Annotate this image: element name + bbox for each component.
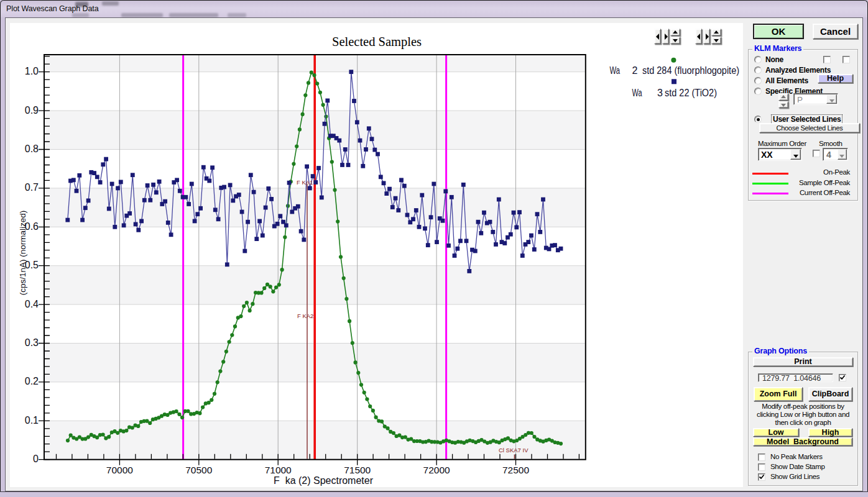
- svg-text:F ka (2) Spectrometer: F ka (2) Spectrometer: [274, 475, 374, 486]
- svg-text:Selected Samples: Selected Samples: [332, 35, 422, 49]
- svg-text:0.7: 0.7: [25, 182, 39, 193]
- svg-text:0.1: 0.1: [25, 415, 39, 426]
- svg-text:70500: 70500: [185, 465, 212, 475]
- svg-text:3: 3: [657, 88, 663, 98]
- svg-text:F KA1: F KA1: [297, 179, 313, 186]
- svg-text:72000: 72000: [423, 465, 450, 475]
- svg-text:(cps/1nA) (normalized): (cps/1nA) (normalized): [18, 211, 27, 296]
- svg-text:Wa: Wa: [610, 65, 621, 76]
- svg-text:2: 2: [632, 65, 638, 76]
- svg-text:1.0: 1.0: [25, 66, 39, 76]
- svg-text:70000: 70000: [106, 465, 133, 475]
- svg-text:0.4: 0.4: [25, 299, 39, 309]
- svg-text:0: 0: [33, 454, 39, 464]
- svg-text:0.3: 0.3: [25, 337, 39, 348]
- svg-text:Cl SKA7 IV: Cl SKA7 IV: [499, 447, 529, 454]
- svg-text:F KA2: F KA2: [297, 312, 313, 319]
- svg-text:std 284 (fluorphlogopite): std 284 (fluorphlogopite): [642, 65, 739, 76]
- svg-text:0.8: 0.8: [25, 144, 39, 154]
- svg-text:std 22 (TiO2): std 22 (TiO2): [665, 88, 717, 98]
- svg-text:Wa: Wa: [632, 88, 642, 98]
- svg-text:71500: 71500: [344, 465, 371, 475]
- svg-text:0.2: 0.2: [25, 376, 39, 386]
- svg-text:72500: 72500: [502, 465, 529, 475]
- svg-text:0.9: 0.9: [25, 105, 39, 116]
- svg-text:71000: 71000: [265, 465, 292, 475]
